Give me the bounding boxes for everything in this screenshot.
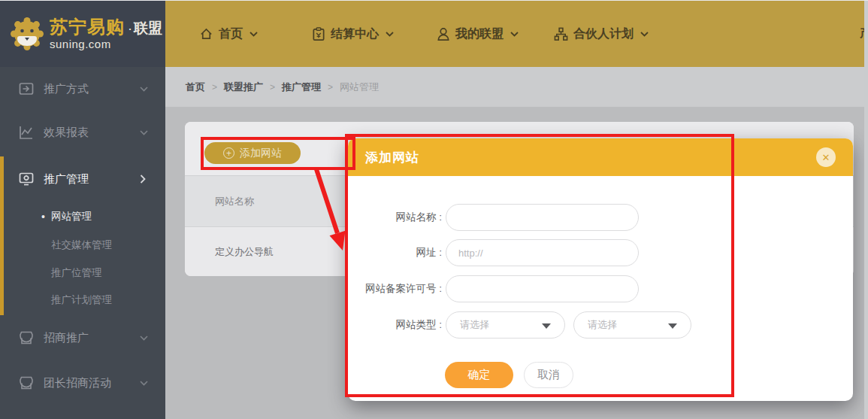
field-label-website-type: 网站类型 :	[348, 311, 442, 339]
brand-domain: suning.com	[50, 38, 162, 50]
chevron-right-icon	[140, 175, 146, 184]
sidebar-subitem-promo-plans[interactable]: 推广计划管理	[0, 289, 165, 311]
nav-item-partner-plan[interactable]: 合伙人计划	[554, 1, 649, 67]
breadcrumb-separator: >	[212, 82, 217, 93]
sidebar-item-label: 推广管理	[44, 172, 89, 187]
website-type-select-2[interactable]: 请选择	[573, 311, 691, 339]
store-icon	[19, 330, 34, 345]
sidebar-subitem-social-media[interactable]: 社交媒体管理	[0, 234, 165, 257]
chevron-down-icon	[510, 32, 519, 37]
top-nav-bar: 苏宁易购 · 联盟 suning.com 首页 结算中心	[0, 1, 868, 67]
confirm-button[interactable]: 确定	[445, 362, 513, 388]
sidebar-item-promo-methods[interactable]: 推广方式	[0, 74, 165, 104]
table-cell-website-name: 定义办公导航	[215, 245, 274, 259]
field-label-icp-number: 网站备案许可号 :	[348, 275, 442, 302]
breadcrumb: 首页 > 联盟推广 > 推广管理 > 网站管理	[165, 67, 868, 107]
sidebar-subitem-label: 推广位管理	[51, 266, 102, 280]
nav-item-label: 首页	[219, 26, 243, 42]
scrollbar-track[interactable]	[864, 1, 868, 419]
field-label-website-name: 网站名称 :	[348, 204, 442, 231]
chevron-down-icon	[140, 87, 148, 92]
app-window: 苏宁易购 · 联盟 suning.com 首页 结算中心	[0, 0, 868, 419]
form-row-url: 网址 :	[348, 239, 853, 266]
sidebar-item-merchant-promo[interactable]: 招商推广	[0, 323, 165, 353]
monitor-icon	[19, 172, 34, 187]
export-icon	[19, 81, 34, 96]
chevron-down-icon	[250, 32, 258, 37]
breadcrumb-separator: >	[328, 82, 333, 93]
sidebar-subitem-label: 推广计划管理	[51, 293, 112, 307]
lion-logo-icon	[9, 16, 45, 52]
sidebar-item-promo-management[interactable]: 推广管理	[0, 164, 165, 194]
breadcrumb-home[interactable]: 首页	[186, 80, 205, 94]
sidebar-item-label: 推广方式	[44, 82, 89, 96]
add-website-modal: 添加网站 ✕ 网站名称 : 网址 : 网站备案许可号 : 网站类型 : 请选择 …	[348, 138, 853, 401]
sidebar-item-label: 团长招商活动	[44, 376, 111, 390]
icp-number-input[interactable]	[446, 275, 639, 302]
brand-logo[interactable]: 苏宁易购 · 联盟 suning.com	[0, 1, 165, 67]
org-icon	[554, 27, 568, 41]
breadcrumb-union-promo[interactable]: 联盟推广	[224, 80, 263, 94]
table-header-website-name: 网站名称	[215, 195, 254, 208]
nav-item-settlement-center[interactable]: 结算中心	[312, 1, 394, 67]
brand-separator: ·	[128, 22, 132, 35]
chevron-down-icon	[386, 32, 394, 37]
website-name-input[interactable]	[446, 204, 639, 231]
user-icon	[437, 27, 450, 41]
modal-title: 添加网站	[365, 149, 419, 166]
sidebar-item-label: 招商推广	[44, 331, 89, 345]
sidebar-subitem-label: 网站管理	[51, 210, 92, 223]
breadcrumb-current-page: 网站管理	[340, 80, 379, 94]
field-label-url: 网址 :	[348, 239, 442, 266]
nav-item-label: 我的联盟	[455, 26, 504, 42]
chevron-down-icon	[140, 336, 148, 341]
select-placeholder: 请选择	[588, 318, 617, 332]
sidebar: 推广方式 效果报表 推广管理	[0, 67, 165, 419]
sidebar-subitem-ad-slots[interactable]: 推广位管理	[0, 262, 165, 284]
form-row-website-name: 网站名称 :	[348, 204, 853, 231]
website-type-select-1[interactable]: 请选择	[446, 311, 565, 339]
form-row-website-type: 网站类型 : 请选择 请选择	[348, 311, 853, 339]
chevron-down-icon	[640, 32, 649, 37]
website-url-input[interactable]	[446, 239, 639, 266]
form-row-icp-number: 网站备案许可号 :	[348, 275, 853, 302]
breadcrumb-promo-management[interactable]: 推广管理	[282, 80, 321, 94]
sidebar-subitem-website-management[interactable]: • 网站管理	[0, 205, 165, 228]
nav-item-label: 结算中心	[331, 26, 379, 42]
chart-icon	[19, 125, 34, 140]
brand-suffix: 联盟	[134, 21, 162, 35]
active-bullet: •	[41, 211, 45, 223]
caret-down-icon	[542, 323, 551, 329]
add-website-button[interactable]: + 添加网站	[204, 142, 301, 164]
home-icon	[199, 27, 213, 41]
chevron-down-icon	[140, 130, 148, 135]
store-icon	[19, 375, 34, 390]
clipboard-icon	[312, 27, 325, 41]
add-website-button-label: 添加网站	[240, 147, 282, 160]
sidebar-item-leader-merchant-events[interactable]: 团长招商活动	[0, 368, 165, 398]
chevron-down-icon	[140, 381, 148, 386]
select-placeholder: 请选择	[460, 318, 489, 332]
breadcrumb-separator: >	[270, 82, 275, 93]
sidebar-item-reports[interactable]: 效果报表	[0, 117, 165, 147]
sidebar-item-label: 效果报表	[44, 126, 89, 140]
brand-name: 苏宁易购	[50, 18, 125, 36]
cancel-button[interactable]: 取消	[524, 362, 573, 388]
plus-circle-icon: +	[223, 147, 234, 159]
modal-header: 添加网站 ✕	[348, 138, 853, 176]
close-icon[interactable]: ✕	[816, 147, 836, 167]
nav-item-home[interactable]: 首页	[199, 1, 258, 67]
nav-item-label: 合伙人计划	[573, 26, 634, 42]
nav-item-my-union[interactable]: 我的联盟	[437, 1, 519, 67]
caret-down-icon	[668, 323, 677, 329]
sidebar-subitem-label: 社交媒体管理	[51, 238, 112, 252]
